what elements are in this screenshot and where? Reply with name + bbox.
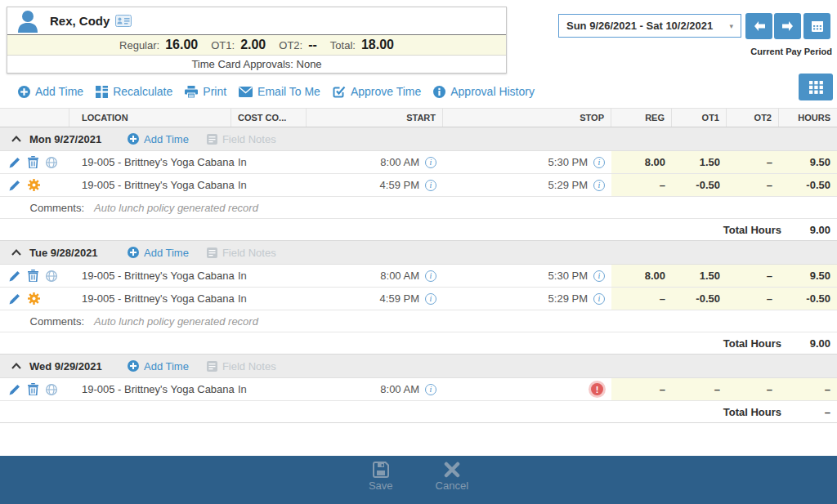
plus-circle-icon bbox=[128, 360, 139, 372]
day-header-mon: Mon 9/27/2021 Add Time Field Notes bbox=[0, 127, 837, 151]
day-header-wed: Wed 9/29/2021 Add Time Field Notes bbox=[0, 355, 837, 378]
recalculate-button[interactable]: Recalculate bbox=[96, 85, 172, 98]
day-total-row: Total Hours 9.00 bbox=[0, 332, 837, 355]
reg-cell: 8.00 bbox=[611, 151, 672, 173]
field-notes-button-disabled: Field Notes bbox=[207, 360, 276, 372]
reg-cell: – bbox=[611, 378, 672, 400]
collapse-chevron-icon[interactable] bbox=[11, 363, 21, 369]
info-icon[interactable]: i bbox=[593, 293, 605, 305]
info-icon[interactable]: i bbox=[425, 180, 436, 191]
header-ot2: OT2 bbox=[727, 109, 779, 127]
time-row: 19-005 - Brittney's Yoga Cabana In 8:00 … bbox=[0, 151, 837, 174]
total-hours-label: Total Hours bbox=[723, 337, 781, 350]
table-header-row: LOCATION COST CO... START STOP REG OT1 O… bbox=[0, 108, 837, 127]
day-add-time-button[interactable]: Add Time bbox=[128, 133, 189, 145]
edit-icon[interactable] bbox=[9, 293, 20, 305]
delete-icon[interactable] bbox=[28, 156, 38, 168]
stop-time: 5:30 PM bbox=[548, 156, 588, 168]
cancel-button[interactable]: Cancel bbox=[436, 462, 468, 492]
total-value: 18.00 bbox=[361, 38, 394, 52]
hours-cell: 9.50 bbox=[779, 151, 837, 173]
info-icon[interactable]: i bbox=[425, 270, 436, 282]
day-total-row: Total Hours – bbox=[0, 401, 837, 423]
edit-icon[interactable] bbox=[9, 157, 20, 168]
cost-code-cell: In bbox=[231, 151, 307, 173]
hours-cell: -0.50 bbox=[779, 288, 837, 310]
ot2-cell: – bbox=[727, 151, 779, 173]
next-period-button[interactable] bbox=[774, 13, 801, 39]
edit-icon[interactable] bbox=[9, 384, 20, 395]
add-time-button[interactable]: Add Time bbox=[18, 85, 83, 98]
cost-code-cell: In bbox=[231, 174, 307, 196]
comments-label: Comments: bbox=[0, 202, 84, 214]
header-start: START bbox=[307, 109, 443, 127]
info-icon[interactable]: i bbox=[593, 157, 605, 168]
comments-text: Auto lunch policy generated record bbox=[94, 202, 258, 214]
day-add-time-button[interactable]: Add Time bbox=[128, 360, 189, 372]
cancel-label: Cancel bbox=[436, 479, 468, 492]
envelope-icon bbox=[239, 87, 253, 97]
header-ot1: OT1 bbox=[672, 109, 727, 127]
employee-name: Rex, Cody bbox=[50, 14, 110, 28]
info-icon[interactable]: i bbox=[425, 384, 436, 395]
save-label: Save bbox=[369, 479, 393, 492]
arrow-left-icon bbox=[752, 20, 767, 32]
delete-icon[interactable] bbox=[28, 383, 38, 395]
start-time: 4:59 PM bbox=[380, 179, 419, 191]
email-to-me-button[interactable]: Email To Me bbox=[239, 85, 320, 98]
action-footer: Save Cancel bbox=[0, 456, 837, 504]
total-hours-value: 9.00 bbox=[781, 224, 837, 236]
calendar-button[interactable] bbox=[803, 13, 830, 39]
edit-icon[interactable] bbox=[9, 180, 20, 191]
web-globe-icon bbox=[46, 157, 57, 168]
previous-period-button[interactable] bbox=[745, 13, 772, 39]
timecard-approvals-status: Time Card Approvals: None bbox=[7, 56, 506, 73]
location-cell: 19-005 - Brittney's Yoga Cabana bbox=[69, 288, 231, 310]
collapse-chevron-icon[interactable] bbox=[11, 136, 21, 142]
arrow-right-icon bbox=[781, 20, 795, 32]
location-cell: 19-005 - Brittney's Yoga Cabana bbox=[69, 265, 231, 287]
day-add-time-button[interactable]: Add Time bbox=[128, 247, 189, 259]
delete-icon[interactable] bbox=[28, 270, 38, 282]
info-icon[interactable]: i bbox=[425, 157, 436, 168]
collapse-chevron-icon[interactable] bbox=[11, 249, 21, 256]
ot2-cell: – bbox=[727, 265, 779, 287]
header-stop: STOP bbox=[443, 109, 611, 127]
auto-gear-icon[interactable] bbox=[28, 292, 40, 305]
reg-cell: – bbox=[611, 288, 672, 310]
approve-time-button[interactable]: Approve Time bbox=[333, 85, 421, 98]
info-icon[interactable]: i bbox=[593, 270, 605, 282]
header-reg: REG bbox=[611, 109, 672, 127]
header-cost-code: COST CO... bbox=[231, 109, 307, 127]
total-label: Total: bbox=[330, 39, 356, 51]
header-hours: HOURS bbox=[779, 109, 837, 127]
pay-period-select[interactable]: Sun 9/26/2021 - Sat 10/2/2021 ▾ bbox=[558, 14, 741, 38]
id-card-icon[interactable] bbox=[115, 15, 132, 27]
header-actions bbox=[0, 109, 69, 127]
pay-period-selected-value: Sun 9/26/2021 - Sat 10/2/2021 bbox=[566, 20, 713, 32]
hours-cell: -0.50 bbox=[779, 174, 837, 196]
save-button[interactable]: Save bbox=[369, 462, 393, 492]
missing-stop-error-icon[interactable]: ! bbox=[591, 383, 603, 395]
cost-code-cell: In bbox=[231, 288, 307, 310]
web-globe-icon bbox=[46, 384, 57, 395]
ot2-cell: – bbox=[727, 288, 779, 310]
approval-history-button[interactable]: Approval History bbox=[433, 85, 535, 98]
day-header-tue: Tue 9/28/2021 Add Time Field Notes bbox=[0, 241, 837, 265]
cancel-x-icon bbox=[444, 462, 460, 478]
print-button[interactable]: Print bbox=[185, 85, 226, 98]
location-cell: 19-005 - Brittney's Yoga Cabana bbox=[69, 151, 231, 173]
ot2-value: -- bbox=[308, 38, 317, 52]
info-icon[interactable]: i bbox=[593, 180, 605, 191]
auto-gear-icon[interactable] bbox=[28, 179, 40, 191]
ot1-label: OT1: bbox=[211, 39, 235, 51]
comments-text: Auto lunch policy generated record bbox=[94, 315, 258, 328]
comments-row: Comments: Auto lunch policy generated re… bbox=[0, 197, 837, 219]
info-icon[interactable]: i bbox=[425, 293, 436, 305]
edit-icon[interactable] bbox=[9, 270, 20, 282]
header-location: LOCATION bbox=[69, 109, 231, 127]
column-settings-button[interactable] bbox=[799, 74, 833, 100]
web-globe-icon bbox=[46, 270, 57, 282]
approve-check-icon bbox=[333, 86, 346, 98]
plus-circle-icon bbox=[18, 86, 30, 98]
